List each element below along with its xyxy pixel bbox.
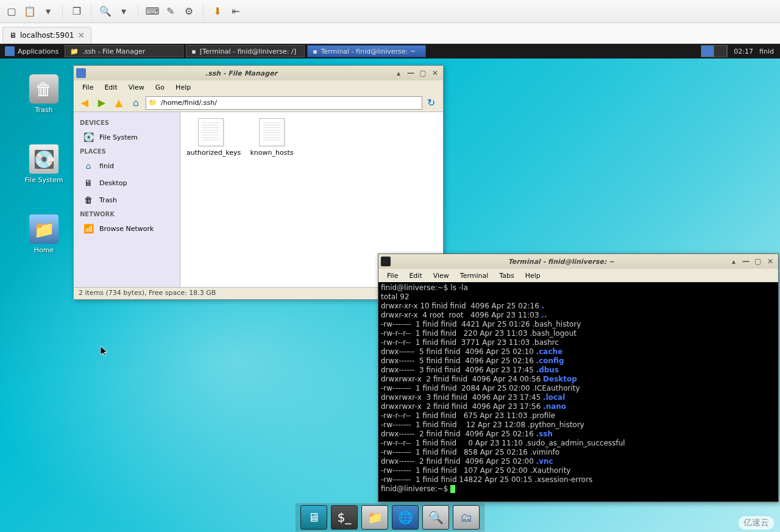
terminal-window: Terminal - finid@liniverse: ~ ▴ — ▢ ✕ Fi… [378, 254, 779, 502]
terminal-title-icon [381, 257, 391, 266]
sidebar-item-home[interactable]: ⌂ finid [74, 157, 180, 174]
home-button[interactable]: ⌂ [129, 96, 143, 110]
windows-icon[interactable]: ❐ [70, 5, 83, 18]
terminal-output[interactable]: finid@liniverse:~$ ls -la total 92 drwxr… [378, 282, 778, 502]
dock-browser[interactable]: 🌐 [392, 505, 419, 530]
term-line: drwx------ 5 finid finid 4096 Apr 25 02:… [381, 347, 536, 356]
dock-filemanager[interactable]: 📁 [361, 505, 388, 530]
dropdown2-icon[interactable]: ▾ [117, 5, 130, 18]
term-line: drwxrwxr-x 2 finid finid 4096 Apr 23 17:… [381, 402, 543, 411]
fm-menu-file[interactable]: File [77, 82, 98, 93]
term-menu-edit[interactable]: Edit [404, 271, 427, 281]
keys-icon[interactable]: ✎ [164, 5, 177, 18]
term-maximize-button[interactable]: ▢ [753, 257, 764, 266]
term-line: -rw-r--r-- 1 finid finid 3771 Apr 23 11:… [381, 338, 559, 347]
vnc-tab-icon: 🖥 [9, 31, 16, 40]
term-line: drwx------ 2 finid finid 4096 Apr 25 02:… [381, 430, 536, 438]
term-line: drwxrwxr-x 3 finid finid 4096 Apr 23 17:… [381, 393, 543, 402]
fm-rollup-button[interactable]: ▴ [393, 68, 404, 78]
fm-menubar: File Edit View Go Help [74, 80, 443, 94]
panel-clock: 02:17 [734, 48, 753, 55]
sidebar-label-browse: Browse Network [99, 225, 154, 233]
vnc-tab-localhost[interactable]: 🖥 localhost:5901 ✕ [2, 27, 91, 43]
keyboard-icon[interactable]: ⌨ [146, 5, 159, 18]
task-terminal-2[interactable]: ▪ Terminal - finid@liniverse: ~ [307, 45, 426, 57]
term-close-button[interactable]: ✕ [765, 257, 776, 266]
term-line: drwx------ 3 finid finid 4096 Apr 23 17:… [381, 366, 536, 374]
term-rollup-button[interactable]: ▴ [728, 257, 739, 266]
vnc-toolbar: ▢ 📋 ▾ ❐ 🔍 ▾ ⌨ ✎ ⚙ ⬇ ⇤ [0, 0, 780, 23]
desktop-icon: 🖥 [82, 177, 94, 188]
dock-show-desktop[interactable]: 🖥 [300, 505, 327, 530]
zoom-icon[interactable]: 🔍 [99, 5, 112, 18]
drive-icon: 💽 [29, 144, 58, 174]
term-menu-help[interactable]: Help [520, 271, 545, 281]
fm-menu-edit[interactable]: Edit [99, 82, 122, 93]
term-dir: .vnc [536, 457, 553, 466]
file-authorized-keys[interactable]: authorized_keys [186, 118, 235, 157]
text-file-icon [259, 118, 285, 146]
task-terminal-1[interactable]: ▪ [Terminal - finid@liniverse: /] [186, 45, 305, 57]
term-line: -rw-r--r-- 1 finid finid 675 Apr 23 11:0… [381, 411, 555, 420]
dock-search[interactable]: 🔍 [422, 505, 449, 530]
fm-path-bar[interactable]: 📁 /home/finid/.ssh/ [146, 96, 422, 110]
term-dir: .local [543, 393, 565, 402]
sidebar-item-desktop[interactable]: 🖥 Desktop [74, 174, 180, 191]
term-titlebar[interactable]: Terminal - finid@liniverse: ~ ▴ — ▢ ✕ [378, 254, 778, 269]
up-button[interactable]: ▲ [112, 96, 126, 110]
forward-button[interactable]: ▶ [94, 96, 109, 110]
sidebar-item-trash[interactable]: 🗑 Trash [74, 191, 180, 208]
home-label: Home [20, 246, 68, 254]
settings-icon[interactable]: ⚙ [182, 5, 196, 18]
fm-minimize-button[interactable]: — [405, 68, 416, 78]
mouse-cursor [101, 346, 108, 357]
back-button[interactable]: ◀ [77, 96, 92, 110]
screenshot-icon[interactable]: 📋 [23, 5, 37, 18]
sidebar-label-desktop: Desktop [99, 179, 127, 187]
sidebar-item-browse-network[interactable]: 📶 Browse Network [74, 220, 180, 237]
desktop-icon-home[interactable]: 📁 Home [20, 215, 68, 254]
sidebar-label-trash: Trash [99, 196, 117, 204]
refresh-button[interactable]: ↻ [427, 97, 439, 109]
close-icon[interactable]: ✕ [77, 30, 85, 40]
term-menu-view[interactable]: View [428, 271, 454, 281]
fm-titlebar[interactable]: .ssh - File Manager ▴ — ▢ ✕ [74, 66, 443, 80]
desktop-icon-trash[interactable]: 🗑 Trash [20, 74, 68, 114]
term-minimize-button[interactable]: — [740, 257, 751, 266]
fm-maximize-button[interactable]: ▢ [417, 68, 428, 78]
download-icon[interactable]: ⬇ [211, 5, 224, 18]
desktop-icon-filesystem[interactable]: 💽 File System [20, 144, 68, 184]
file-label: authorized_keys [186, 149, 235, 157]
term-line: drwx------ 2 finid finid 4096 Apr 25 02:… [381, 457, 536, 466]
term-menu-tabs[interactable]: Tabs [494, 271, 519, 281]
fm-path-text: /home/finid/.ssh/ [161, 99, 217, 107]
task-fm-label: .ssh - File Manager [82, 48, 145, 55]
applications-label: Applications [18, 48, 58, 55]
term-line: -rw------- 1 finid finid 107 Apr 25 02:0… [381, 466, 570, 475]
disconnect-icon[interactable]: ⇤ [229, 5, 243, 18]
term-menu-terminal[interactable]: Terminal [455, 271, 494, 281]
sidebar-item-filesystem[interactable]: 💽 File System [74, 129, 180, 146]
term-dir: Desktop [543, 375, 577, 383]
fm-menu-view[interactable]: View [124, 82, 149, 93]
file-label: known_hosts [247, 149, 296, 157]
fm-menu-go[interactable]: Go [151, 82, 169, 93]
trash-label: Trash [20, 106, 68, 114]
dropdown-icon[interactable]: ▾ [41, 5, 55, 18]
fs-label: File System [20, 176, 68, 184]
dock-folder[interactable]: 🗂 [453, 505, 480, 530]
workspace-switcher[interactable] [701, 45, 728, 57]
term-dir: .. [541, 311, 547, 319]
task-filemanager[interactable]: 📁 .ssh - File Manager [65, 45, 183, 57]
terminal-icon: ▪ [313, 48, 317, 55]
dock-terminal[interactable]: $_ [331, 505, 358, 530]
xfce-logo-icon [5, 46, 15, 56]
fm-close-button[interactable]: ✕ [430, 68, 441, 78]
file-known-hosts[interactable]: known_hosts [247, 118, 296, 157]
fm-sidebar: DEVICES 💽 File System PLACES ⌂ finid 🖥 D… [74, 112, 180, 287]
panel-user[interactable]: finid [759, 48, 774, 55]
term-menu-file[interactable]: File [382, 271, 403, 281]
fm-menu-help[interactable]: Help [171, 82, 196, 93]
new-connection-icon[interactable]: ▢ [5, 5, 18, 18]
applications-menu[interactable]: Applications [0, 44, 63, 59]
